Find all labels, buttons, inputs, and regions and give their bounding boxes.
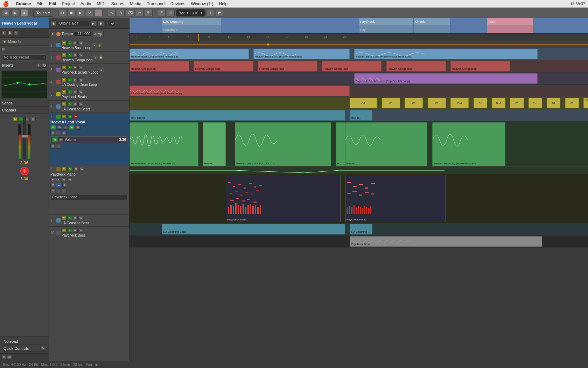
mute-5[interactable]: M xyxy=(62,90,66,94)
clip-vocal-5[interactable]: Heave... xyxy=(345,122,428,166)
clip-conga-2[interactable]: Heaven Conga loop xyxy=(194,61,253,71)
mute-9[interactable]: M xyxy=(62,216,66,220)
solo-8[interactable]: S xyxy=(68,167,72,171)
write-4[interactable]: W xyxy=(78,77,83,82)
clip-vocal-3[interactable]: Heaven Lead Vocal (Ld Dt Chr) xyxy=(235,122,331,166)
clip-beats-11[interactable]: F1 xyxy=(565,98,579,108)
quick-controls-edit[interactable]: ✎ xyxy=(40,346,45,350)
clip-drum-1[interactable]: LA Costing Drum Loop (RnB Drum Loop) xyxy=(130,86,350,96)
clip-beats-10[interactable]: D1 xyxy=(547,98,560,108)
read-4[interactable]: R xyxy=(73,77,78,82)
ch-lock-btn[interactable]: 🔒 xyxy=(7,30,12,35)
original-edit-input[interactable] xyxy=(58,21,89,26)
solo-7[interactable]: S xyxy=(68,114,72,119)
solo-5[interactable]: S xyxy=(67,90,72,94)
bottom-w-btn[interactable]: W xyxy=(7,355,12,360)
mute-1[interactable]: M xyxy=(62,41,66,45)
track8-c3[interactable]: ≡ xyxy=(62,183,67,188)
clip-vocal-4[interactable]: Heave... xyxy=(336,122,345,166)
track7-s3[interactable]: ≡ xyxy=(62,131,66,135)
clip-vocal-6[interactable]: Heaven Harmony (Funky House V... xyxy=(432,122,506,166)
chord-paycheck[interactable]: Paycheck Pay xyxy=(359,18,414,33)
fader-handle[interactable] xyxy=(21,135,28,138)
write-3[interactable]: W xyxy=(78,65,83,70)
track8-d2[interactable]: ↔ xyxy=(56,189,61,193)
chord-rise[interactable]: Rise xyxy=(487,18,533,33)
read-10[interactable]: R xyxy=(73,228,78,233)
track7-extra[interactable]: ≡ xyxy=(76,125,80,130)
menu-window[interactable]: Window (1.) xyxy=(191,1,213,6)
clip-beats-4[interactable]: C1 xyxy=(428,98,446,108)
play-btn[interactable]: ▶ xyxy=(77,9,84,17)
metronome-btn[interactable]: ♩ xyxy=(206,9,214,17)
rewind-btn[interactable]: ⏮ xyxy=(58,9,66,17)
track-lock-icon-2[interactable]: 🔒 xyxy=(99,55,103,60)
read-8[interactable]: R xyxy=(74,167,78,171)
track7-b1[interactable]: ⊞ xyxy=(50,144,55,149)
read-5[interactable]: R xyxy=(73,90,78,94)
clip-beats-9[interactable]: Cis1 xyxy=(528,98,542,108)
track-lock-icon-1[interactable]: 🔒 xyxy=(98,43,102,47)
clip-conga-5[interactable]: Heaven Conga loop xyxy=(386,61,446,71)
bottom-r-btn[interactable]: R xyxy=(1,355,6,360)
ch-read-btn[interactable]: R xyxy=(31,117,36,121)
chord-la-coasting[interactable]: L.A. Coasting Coasting A xyxy=(162,18,221,33)
menu-help[interactable]: Help xyxy=(219,1,227,6)
track8-a[interactable]: ● xyxy=(50,177,55,182)
solo-6[interactable]: S xyxy=(67,102,72,107)
tool-select[interactable]: ↖ xyxy=(108,9,115,17)
mute-4[interactable]: M xyxy=(62,77,66,82)
solo-3[interactable]: S xyxy=(67,65,72,70)
menu-transport[interactable]: Transport xyxy=(147,1,165,6)
channel-rec-btn[interactable] xyxy=(20,167,29,175)
inserts-expand[interactable]: + xyxy=(36,63,41,68)
track7-green[interactable]: ▶ xyxy=(69,125,75,130)
in-select[interactable]: In xyxy=(105,21,115,26)
clip-conga-6[interactable]: Heaven Conga loop xyxy=(450,61,510,71)
menu-cubase[interactable]: Cubase xyxy=(16,1,31,6)
tool-draw[interactable]: ✎ xyxy=(117,9,125,17)
touch-mode-select[interactable]: Touch ▾ xyxy=(33,9,53,17)
read-9[interactable]: R xyxy=(73,216,78,220)
track7-vol-w[interactable]: W xyxy=(59,137,64,142)
rec-7[interactable]: ● xyxy=(74,114,78,119)
track7-e[interactable]: e xyxy=(63,125,68,130)
snap-btn[interactable]: # xyxy=(158,9,166,17)
clip-beats-5[interactable]: Cis1 xyxy=(450,98,469,108)
track8-r[interactable]: R xyxy=(62,177,66,182)
clip-bass-1[interactable]: Heaven Bass Loop (Funky House Bas xyxy=(130,49,249,59)
write-6[interactable]: W xyxy=(78,102,83,107)
clip-rnb-1[interactable]: RnB Drums xyxy=(130,110,345,121)
tool-split[interactable]: ✂ xyxy=(136,9,144,17)
menu-audio[interactable]: Audio xyxy=(80,1,91,6)
track-mute-icon-2[interactable]: ● xyxy=(93,55,98,60)
track-mute-icon-1[interactable]: ● xyxy=(92,43,97,47)
track7-s1[interactable]: ⊞ xyxy=(50,131,55,135)
read-3[interactable]: R xyxy=(73,65,78,70)
clip-conga-3[interactable]: Heaven Conga loop xyxy=(258,61,317,71)
chord-check[interactable]: Check xyxy=(414,18,450,33)
write-8[interactable]: W xyxy=(79,167,84,171)
clip-beats-1[interactable]: G1 xyxy=(350,98,377,108)
track7-b2[interactable]: ↔ xyxy=(56,144,61,149)
track7-vol-r[interactable]: R xyxy=(52,137,58,142)
clip-conga-1[interactable]: Heaven Conga loop xyxy=(130,61,189,71)
tracks-canvas[interactable]: Heaven Bass Loop (Funky House Bas Heaven… xyxy=(130,48,588,361)
tool-erase[interactable]: ⌫ xyxy=(126,9,134,17)
write-2[interactable]: W xyxy=(78,53,83,57)
menu-midi[interactable]: MIDI xyxy=(97,1,105,6)
arr-btn-b[interactable]: ⏺ xyxy=(97,20,104,27)
solo-10[interactable]: S xyxy=(67,228,72,233)
sync-btn[interactable]: ⇄ xyxy=(216,9,223,17)
ch-edit-btn[interactable]: ✎ xyxy=(13,30,18,35)
arr-expand-all[interactable]: ◉ xyxy=(50,20,57,27)
clip-labass-1[interactable]: L.A Coasting Bass xyxy=(162,224,345,234)
track-mute-icon-3[interactable]: ● xyxy=(99,68,104,72)
mute-6[interactable]: M xyxy=(62,102,66,107)
mute-2[interactable]: M xyxy=(62,53,66,57)
write-1[interactable]: W xyxy=(78,41,83,45)
arr-btn-a[interactable]: ▶ xyxy=(90,20,96,27)
track8-c2[interactable]: ▶ xyxy=(56,183,62,188)
track8-w[interactable]: W xyxy=(67,177,72,182)
apple-menu[interactable]: 🍎 xyxy=(3,1,9,7)
